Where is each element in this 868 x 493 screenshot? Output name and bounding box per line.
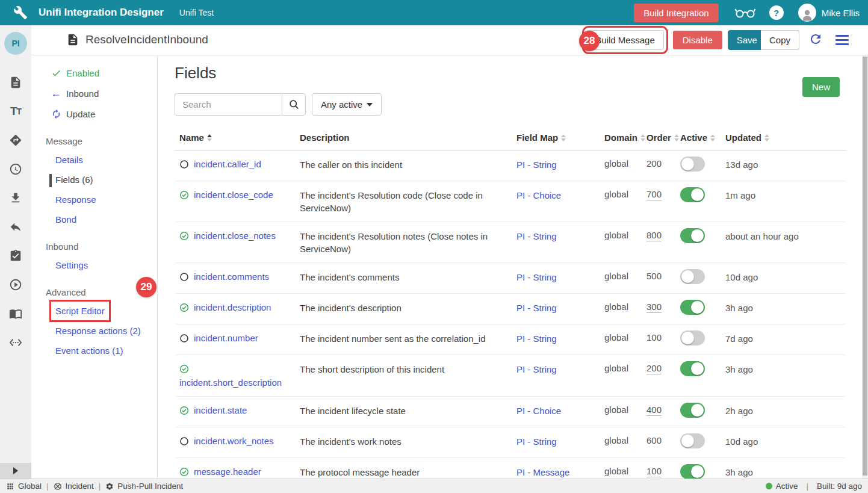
field-map-link[interactable]: PI - Choice xyxy=(516,190,561,200)
search-input[interactable] xyxy=(175,93,282,116)
tasks-check-icon[interactable] xyxy=(0,241,31,270)
field-description: The incident's comments xyxy=(300,271,516,284)
fields-table: Name Description Field Map Domain Order … xyxy=(175,129,846,479)
active-toggle[interactable] xyxy=(680,464,705,479)
help-icon[interactable]: ? xyxy=(769,5,784,20)
active-toggle[interactable] xyxy=(680,403,705,418)
field-description: The incident number sent as the correlat… xyxy=(300,332,516,345)
table-item[interactable]: Incident xyxy=(54,482,94,491)
field-map-link[interactable]: PI - String xyxy=(516,303,557,313)
scope-item[interactable]: Global xyxy=(6,482,42,491)
gear-icon xyxy=(105,482,114,491)
column-header-updated[interactable]: Updated xyxy=(725,132,846,143)
active-toggle[interactable] xyxy=(680,228,705,243)
new-button[interactable]: New xyxy=(802,77,840,97)
field-map-link[interactable]: PI - Message Header xyxy=(516,467,569,479)
disable-button[interactable]: Disable xyxy=(673,31,722,49)
sidenav-item-script-editor[interactable]: Script Editor xyxy=(55,306,105,316)
play-circle-icon[interactable] xyxy=(0,270,31,299)
page-title: Fields xyxy=(175,64,863,82)
field-name-link[interactable]: incident.description xyxy=(194,302,271,312)
field-name-link[interactable]: incident.state xyxy=(194,405,247,415)
sidenav-item-event-actions[interactable]: Event actions (1) xyxy=(31,341,157,361)
preview-glasses-icon[interactable] xyxy=(734,6,756,19)
field-name-link[interactable]: incident.work_notes xyxy=(194,436,274,446)
sidenav-item-response-actions[interactable]: Response actions (2) xyxy=(31,321,157,341)
active-toggle[interactable] xyxy=(680,330,705,346)
field-order[interactable]: 700 xyxy=(646,189,662,200)
directions-icon[interactable] xyxy=(0,126,31,155)
user-name[interactable]: Mike Ellis xyxy=(822,8,860,18)
active-toggle[interactable] xyxy=(680,361,705,376)
field-map-link[interactable]: PI - String xyxy=(516,231,557,241)
row-status-icon xyxy=(179,190,189,203)
row-status-icon xyxy=(179,231,189,244)
sidenav-item-details[interactable]: Details xyxy=(31,150,157,170)
copy-button[interactable]: Copy xyxy=(761,30,799,50)
user-avatar[interactable] xyxy=(798,4,816,22)
table-row: message.header The protocol message head… xyxy=(175,458,846,479)
active-toggle[interactable] xyxy=(680,187,705,202)
field-map-link[interactable]: PI - String xyxy=(516,333,557,344)
active-toggle[interactable] xyxy=(680,433,705,448)
field-map-link[interactable]: PI - String xyxy=(516,436,557,447)
field-name-link[interactable]: incident.number xyxy=(194,333,258,343)
active-toggle[interactable] xyxy=(680,157,705,172)
book-icon[interactable] xyxy=(0,299,31,328)
field-map-link[interactable]: PI - String xyxy=(516,272,557,282)
field-map-link[interactable]: PI - Choice xyxy=(516,406,561,416)
arrow-left-icon: ← xyxy=(51,88,61,99)
field-map-link[interactable]: PI - String xyxy=(516,364,557,374)
scrollbar-thumb[interactable] xyxy=(863,57,867,476)
sidenav-item-fields[interactable]: Fields (6) xyxy=(31,170,157,190)
field-order[interactable]: 800 xyxy=(646,230,662,241)
expand-arrow-icon xyxy=(13,467,18,474)
document-rail-icon[interactable] xyxy=(0,68,31,97)
active-filter-dropdown[interactable]: Any active xyxy=(312,93,382,116)
field-order[interactable]: 500 xyxy=(646,271,662,281)
code-icon[interactable] xyxy=(0,328,31,357)
process-item[interactable]: Push-Pull Incident xyxy=(105,482,183,491)
text-format-icon[interactable]: TT xyxy=(0,97,31,126)
column-header-order[interactable]: Order xyxy=(646,132,680,143)
history-icon[interactable] xyxy=(0,155,31,184)
active-toggle[interactable] xyxy=(680,300,705,315)
field-name-link[interactable]: incident.close_code xyxy=(194,190,273,200)
field-order[interactable]: 100 xyxy=(646,332,662,343)
menu-button[interactable] xyxy=(832,33,852,48)
sidenav-item-response[interactable]: Response xyxy=(31,190,157,209)
column-header-name[interactable]: Name xyxy=(179,132,300,143)
column-header-domain[interactable]: Domain xyxy=(604,132,646,143)
integration-avatar[interactable]: PI xyxy=(4,32,27,55)
download-icon[interactable] xyxy=(0,184,31,212)
vertical-scrollbar[interactable] xyxy=(862,55,868,479)
column-header-field-map[interactable]: Field Map xyxy=(516,132,604,143)
field-order[interactable]: 200 xyxy=(646,363,662,374)
field-order[interactable]: 200 xyxy=(646,158,662,169)
field-order[interactable]: 400 xyxy=(646,405,662,416)
field-domain: global xyxy=(604,363,646,373)
active-toggle[interactable] xyxy=(680,269,705,284)
search-button[interactable] xyxy=(282,93,306,116)
field-order[interactable]: 100 xyxy=(646,466,662,477)
table-row: incident.work_notes The incident's work … xyxy=(175,427,846,458)
field-domain: global xyxy=(604,332,646,343)
sidenav-item-bond[interactable]: Bond xyxy=(31,209,157,229)
field-order[interactable]: 300 xyxy=(646,302,662,313)
field-order[interactable]: 600 xyxy=(646,435,662,445)
column-header-active[interactable]: Active xyxy=(680,132,725,143)
field-name-link[interactable]: incident.caller_id xyxy=(194,159,261,169)
field-name-link[interactable]: incident.close_notes xyxy=(194,231,276,241)
field-name-link[interactable]: incident.short_description xyxy=(179,377,282,388)
reply-icon[interactable] xyxy=(0,212,31,241)
rail-expand-button[interactable] xyxy=(0,463,31,479)
field-name-link[interactable]: incident.comments xyxy=(194,271,269,282)
sidenav-item-settings[interactable]: Settings xyxy=(31,255,157,275)
section-message: Message xyxy=(31,124,157,150)
field-name-link[interactable]: message.header xyxy=(194,467,261,477)
table-header-row: Name Description Field Map Domain Order … xyxy=(175,129,846,150)
build-integration-button[interactable]: Build Integration xyxy=(634,4,718,22)
refresh-button[interactable] xyxy=(805,31,826,49)
column-header-description[interactable]: Description xyxy=(300,132,516,143)
field-map-link[interactable]: PI - String xyxy=(516,160,557,170)
